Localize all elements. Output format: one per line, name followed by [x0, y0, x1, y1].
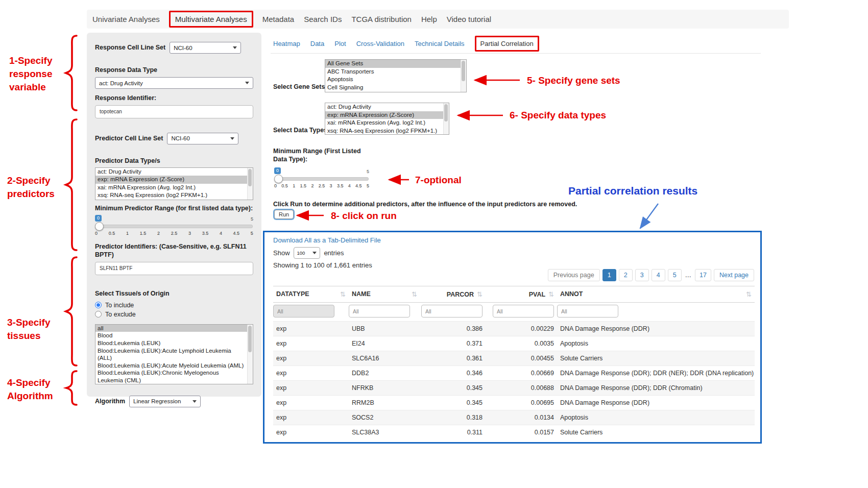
table-cell: exp: [273, 322, 349, 336]
slider-track[interactable]: [275, 177, 369, 181]
table-row: expDDB20.3460.00669DNA Damage Response (…: [273, 366, 755, 381]
min-range-slider[interactable]: 0 5 00.511.522.533.544.55: [274, 167, 369, 191]
list-option[interactable]: all: [95, 325, 248, 332]
column-filter-input[interactable]: [273, 305, 334, 318]
list-option[interactable]: Blood:Leukemia (LEUK): [95, 339, 248, 347]
sort-icon[interactable]: ⇅: [548, 290, 554, 298]
table-cell: 0.00229: [486, 322, 557, 336]
list-option[interactable]: Cell Signaling: [325, 84, 461, 92]
sidebar-panel: Response Cell Line Set NCI-60 Response D…: [87, 33, 261, 397]
previous-page-button[interactable]: Previous page: [548, 269, 600, 281]
list-option[interactable]: exp: mRNA Expression (Z-Score): [95, 176, 248, 184]
column-header[interactable]: PVAL⇅: [486, 286, 557, 303]
predictor-data-types-listbox[interactable]: act: Drug Activityexp: mRNA Expression (…: [95, 167, 253, 200]
slider-handle[interactable]: [274, 175, 283, 183]
nav-univariate-analyses[interactable]: Univariate Analyses: [92, 15, 160, 23]
tab-heatmap[interactable]: Heatmap: [273, 40, 300, 47]
response-identifier-input[interactable]: [95, 105, 253, 118]
sort-icon[interactable]: ⇅: [477, 290, 483, 298]
tab-partial-correlation[interactable]: Partial Correlation: [475, 36, 539, 52]
scrollbar[interactable]: [461, 60, 466, 92]
nav-tcga-distribution[interactable]: TCGA distribution: [351, 15, 412, 23]
tab-cross-validation[interactable]: Cross-Validation: [356, 40, 404, 47]
page-button[interactable]: 4: [652, 269, 665, 281]
radio-to-include-label: To include: [105, 302, 134, 309]
table-cell: DNA Damage Response (DDR); DDR (NER); DD…: [557, 366, 755, 381]
predictor-identifiers-input[interactable]: [95, 262, 253, 275]
list-option[interactable]: Blood:Leukemia (LEUK):Acute Myeloid Leuk…: [95, 362, 248, 370]
column-filter-input[interactable]: [421, 305, 483, 318]
page-button[interactable]: 2: [619, 269, 633, 281]
predictor-cell-line-set-select[interactable]: NCI-60: [167, 133, 238, 144]
nav-search-ids[interactable]: Search IDs: [303, 15, 342, 23]
download-all-link[interactable]: Download All as a Tab-Delimited File: [273, 236, 381, 244]
sort-icon[interactable]: ⇅: [412, 290, 417, 298]
scrollbar-thumb[interactable]: [248, 326, 252, 352]
table-cell: UBB: [349, 322, 420, 336]
column-header[interactable]: PARCOR⇅: [420, 286, 486, 303]
page-button[interactable]: 1: [602, 269, 616, 281]
tab-technical-details[interactable]: Technical Details: [415, 40, 465, 47]
scrollbar[interactable]: [247, 168, 253, 200]
column-header[interactable]: ANNOT⇅: [557, 286, 755, 303]
sort-icon[interactable]: ⇅: [340, 290, 346, 298]
list-option[interactable]: Apoptosis: [325, 76, 461, 84]
column-filter-input[interactable]: [557, 305, 618, 318]
column-header[interactable]: DATATYPE⇅: [273, 286, 349, 303]
scrollbar-thumb[interactable]: [462, 61, 465, 81]
response-data-type-select[interactable]: act: Drug Activity: [95, 77, 253, 89]
nav-video-tutorial[interactable]: Video tutorial: [446, 15, 492, 23]
algorithm-select[interactable]: Linear Regression: [129, 396, 201, 407]
table-cell: exp: [273, 351, 349, 366]
scrollbar[interactable]: [443, 103, 449, 134]
entries-per-page-select[interactable]: 100: [294, 247, 321, 259]
chevron-down-icon: [312, 252, 317, 254]
column-filter-input[interactable]: [493, 305, 554, 318]
list-option[interactable]: xsq: RNA-seq Expression (log2 FPKM+1.): [95, 191, 248, 200]
list-option[interactable]: All Gene Sets: [325, 60, 461, 68]
page-button[interactable]: 3: [635, 269, 649, 281]
select-value: Linear Regression: [133, 398, 181, 404]
radio-to-exclude[interactable]: [95, 311, 102, 318]
chevron-down-icon: [230, 137, 234, 140]
radio-to-include[interactable]: [95, 302, 102, 308]
scrollbar-thumb[interactable]: [248, 169, 252, 186]
column-header[interactable]: NAME⇅: [349, 286, 420, 303]
min-predictor-range-slider[interactable]: 0 5 00.511.522.533.544.55: [95, 215, 253, 238]
page-button[interactable]: 17: [695, 269, 711, 281]
tissue-listbox[interactable]: allBloodBlood:Leukemia (LEUK)Blood:Leuke…: [95, 324, 253, 384]
slider-track[interactable]: [95, 225, 253, 228]
sort-icon[interactable]: ⇅: [746, 290, 752, 298]
tab-plot[interactable]: Plot: [334, 40, 346, 47]
page-button[interactable]: 5: [668, 269, 682, 281]
column-filter-input[interactable]: [349, 305, 410, 318]
list-option[interactable]: exp: mRNA Expression (Z-Score): [325, 111, 444, 119]
list-option[interactable]: xsq: RNA-seq Expression (log2 FPKM+1.): [325, 127, 444, 135]
data-types-listbox[interactable]: act: Drug Activityexp: mRNA Expression (…: [325, 103, 449, 135]
gene-sets-listbox[interactable]: All Gene SetsABC TransportersApoptosisCe…: [325, 59, 467, 92]
list-option[interactable]: Blood:Leukemia (LEUK):Acute Lymphoid Leu…: [95, 347, 248, 362]
list-option[interactable]: act: Drug Activity: [325, 103, 444, 111]
list-option[interactable]: Blood: [95, 332, 248, 339]
run-button[interactable]: Run: [274, 210, 294, 219]
list-option[interactable]: ABC Transporters: [325, 68, 461, 76]
tab-data[interactable]: Data: [310, 40, 324, 47]
response-cell-line-set-select[interactable]: NCI-60: [170, 42, 241, 54]
list-option[interactable]: xai: mRNA Expression (Avg. log2 Int.): [325, 119, 444, 127]
slider-handle[interactable]: [95, 222, 104, 231]
scrollbar-thumb[interactable]: [444, 104, 448, 121]
table-row: expRRM2B0.3450.00695DNA Damage Response …: [273, 396, 755, 410]
slider-tick-label: 3: [330, 183, 332, 188]
nav-metadata[interactable]: Metadata: [262, 15, 295, 23]
nav-help[interactable]: Help: [421, 15, 438, 23]
filter-cell: [420, 303, 486, 322]
table-cell: DNA Damage Response (DDR): [557, 322, 755, 336]
nav-multivariate-analyses[interactable]: Multivariate Analyses: [169, 11, 253, 28]
table-cell: exp: [273, 410, 349, 425]
table-cell: 0.386: [420, 322, 486, 336]
scrollbar[interactable]: [247, 325, 253, 384]
list-option[interactable]: xai: mRNA Expression (Avg. log2 Int.): [95, 184, 248, 192]
list-option[interactable]: act: Drug Activity: [95, 168, 248, 176]
list-option[interactable]: Blood:Leukemia (LEUK):Chronic Myelogenou…: [95, 369, 248, 383]
next-page-button[interactable]: Next page: [714, 269, 754, 281]
